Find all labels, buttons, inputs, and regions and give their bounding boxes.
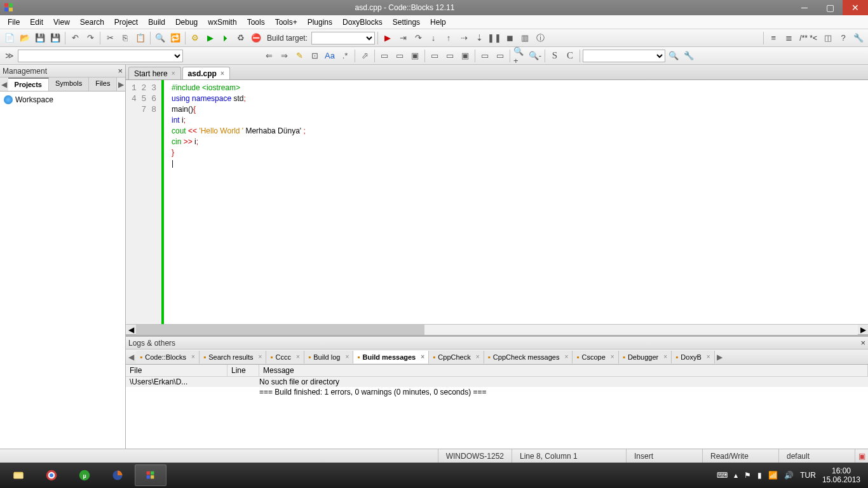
maximize-button[interactable]: ▢ (817, 0, 843, 15)
management-close-icon[interactable]: × (118, 66, 123, 76)
doxy2-icon[interactable]: ≣ (782, 31, 796, 45)
copy-icon[interactable]: ⎘ (118, 31, 132, 45)
tab-right-arrow[interactable]: ▶ (117, 78, 125, 91)
menu-debug[interactable]: Debug (170, 17, 203, 28)
log-tab[interactable]: ▪ CppCheck messages × (484, 351, 573, 363)
open-file-icon[interactable]: 📂 (18, 31, 32, 45)
select-icon[interactable]: ⊡ (308, 49, 322, 63)
case-icon[interactable]: Aa (323, 49, 337, 63)
menu-project[interactable]: Project (109, 17, 143, 28)
battery-icon[interactable]: ▮ (757, 471, 762, 480)
step-instr-icon[interactable]: ⇣ (472, 31, 486, 45)
menu-tools[interactable]: Tools (242, 17, 270, 28)
menu-help[interactable]: Help (425, 17, 451, 28)
col-file[interactable]: File (126, 365, 227, 376)
tab-close-icon[interactable]: × (172, 70, 175, 77)
tab-files[interactable]: Files (89, 78, 117, 91)
menu-search[interactable]: Search (75, 17, 109, 28)
build-run-icon[interactable]: ⏵ (219, 31, 233, 45)
menu-file[interactable]: File (3, 17, 25, 28)
log-tab[interactable]: ▪ Debugger × (619, 351, 672, 363)
logs-close-icon[interactable]: × (860, 338, 865, 348)
back-icon[interactable]: ⇐ (262, 49, 276, 63)
doxy-icon[interactable]: ≡ (766, 31, 780, 45)
box8-icon[interactable]: ▭ (493, 49, 507, 63)
code-editor[interactable]: 1 2 3 4 5 6 7 8 #include <iostream> usin… (126, 80, 868, 324)
rebuild-icon[interactable]: ♻ (234, 31, 248, 45)
comment-icon[interactable]: /** *< (797, 34, 820, 43)
volume-icon[interactable]: 🔊 (784, 471, 794, 480)
search-combo[interactable] (583, 50, 665, 62)
log-row[interactable]: \Users\Erkan\D...No such file or directo… (126, 377, 868, 387)
close-button[interactable]: ✕ (843, 0, 868, 15)
col-message[interactable]: Message (259, 365, 868, 376)
break-icon[interactable]: ❚❚ (487, 31, 501, 45)
workspace-item[interactable]: Workspace (3, 94, 123, 105)
build-target-combo[interactable] (311, 32, 375, 44)
clock[interactable]: 16:00 15.06.2013 (822, 466, 860, 484)
tab-projects[interactable]: Projects (8, 78, 49, 91)
new-file-icon[interactable]: 📄 (3, 31, 17, 45)
tab-symbols[interactable]: Symbols (49, 78, 89, 91)
stop-icon[interactable]: ◼ (503, 31, 517, 45)
task-codeblocks[interactable] (135, 464, 166, 486)
c-icon[interactable]: C (563, 49, 577, 63)
tab-close-icon[interactable]: × (220, 70, 224, 77)
regex-icon[interactable]: .* (338, 49, 352, 63)
editor-tab[interactable]: asd.cpp× (182, 67, 230, 79)
doxy4-icon[interactable]: ? (836, 31, 850, 45)
box5-icon[interactable]: ▭ (443, 49, 457, 63)
code-area[interactable]: #include <iostream> using namespace std;… (164, 80, 868, 324)
network-icon[interactable]: 📶 (768, 471, 778, 480)
task-explorer[interactable] (3, 464, 34, 486)
flag-icon[interactable]: ⚑ (744, 471, 751, 480)
debug-run-icon[interactable]: ▶ (381, 31, 395, 45)
step-out-icon[interactable]: ↑ (442, 31, 456, 45)
horizontal-scrollbar[interactable]: ◀ ▶ (126, 324, 868, 334)
menu-plugins[interactable]: Plugins (302, 17, 337, 28)
log-tab[interactable]: ▪ Build log × (304, 351, 353, 363)
cursor-icon[interactable]: ⬀ (358, 49, 372, 63)
symbol-combo[interactable] (18, 50, 183, 62)
save-all-icon[interactable]: 💾 (48, 31, 62, 45)
undo-icon[interactable]: ↶ (68, 31, 82, 45)
log-tab[interactable]: ▪ Cscope × (573, 351, 618, 363)
box6-icon[interactable]: ▣ (458, 49, 472, 63)
doxy3-icon[interactable]: ◫ (821, 31, 835, 45)
box1-icon[interactable]: ▭ (377, 49, 391, 63)
menu-doxyblocks[interactable]: DoxyBlocks (337, 17, 388, 28)
run-icon[interactable]: ▶ (203, 31, 217, 45)
keyboard-icon[interactable]: ⌨ (717, 471, 728, 480)
box2-icon[interactable]: ▭ (393, 49, 407, 63)
log-tab[interactable]: ▪ Cccc × (266, 351, 304, 363)
box4-icon[interactable]: ▭ (428, 49, 442, 63)
tray-up-icon[interactable]: ▴ (734, 471, 738, 480)
forward-icon[interactable]: ⇒ (277, 49, 291, 63)
menu-wxsmith[interactable]: wxSmith (203, 17, 241, 28)
info-icon[interactable]: ⓘ (533, 31, 547, 45)
redo-icon[interactable]: ↷ (83, 31, 97, 45)
menu-edit[interactable]: Edit (25, 17, 48, 28)
log-row[interactable]: === Build finished: 1 errors, 0 warnings… (126, 387, 868, 397)
build-icon[interactable]: ⚙ (188, 31, 202, 45)
jump-icon[interactable]: ≫ (3, 49, 17, 63)
run-cursor-icon[interactable]: ⇥ (396, 31, 410, 45)
logs-right-arrow[interactable]: ▶ (715, 353, 725, 362)
task-utorrent[interactable]: µ (69, 464, 100, 486)
next-line-icon[interactable]: ↷ (411, 31, 425, 45)
log-tab[interactable]: ▪ DoxyB × (672, 351, 715, 363)
logs-left-arrow[interactable]: ◀ (126, 353, 136, 362)
save-icon[interactable]: 💾 (33, 31, 47, 45)
s-icon[interactable]: S (548, 49, 562, 63)
log-tab[interactable]: ▪ CppCheck × (429, 351, 484, 363)
menu-view[interactable]: View (48, 17, 75, 28)
zoom-in-icon[interactable]: 🔍+ (513, 49, 527, 63)
next-instr-icon[interactable]: ⇢ (457, 31, 471, 45)
search-go-icon[interactable]: 🔍 (667, 49, 681, 63)
menu-build[interactable]: Build (143, 17, 170, 28)
editor-tab[interactable]: Start here× (128, 67, 181, 79)
log-tab[interactable]: ▪ Build messages × (353, 351, 429, 363)
replace-icon[interactable]: 🔁 (168, 31, 182, 45)
options-icon[interactable]: 🔧 (682, 49, 696, 63)
cut-icon[interactable]: ✂ (103, 31, 117, 45)
